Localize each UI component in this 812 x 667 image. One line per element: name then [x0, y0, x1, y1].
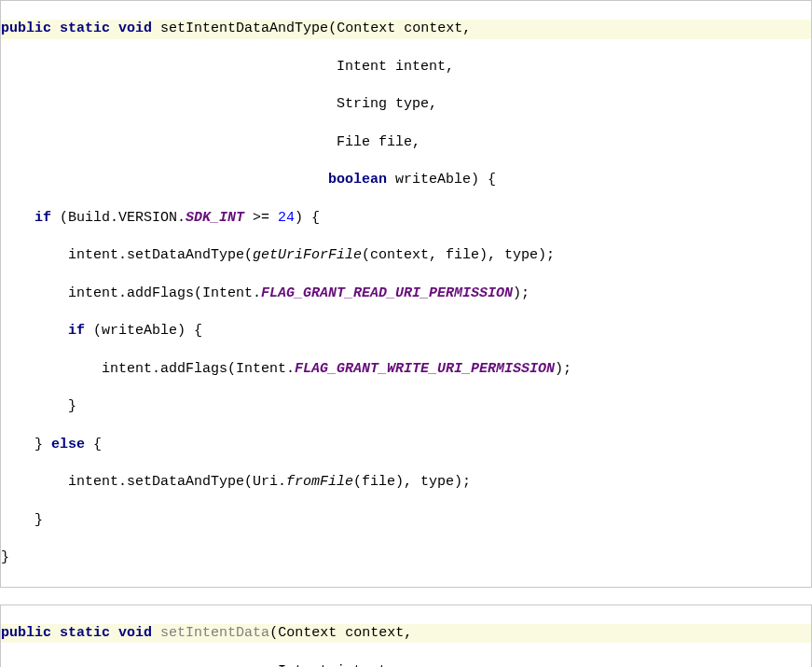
method-name: setIntentData	[160, 625, 269, 641]
page: public static void setIntentDataAndType(…	[0, 0, 812, 667]
param-3: String type,	[328, 96, 437, 112]
method-name: setIntentDataAndType	[160, 21, 328, 36]
body-line-6: }	[1, 397, 811, 416]
body-line-8: intent.setDataAndType(Uri.fromFile(file)…	[1, 473, 811, 492]
sig-line-1: public static void setIntentDataAndType(…	[1, 20, 811, 38]
body-line-2: intent.setDataAndType(getUriForFile(cont…	[1, 246, 811, 265]
body-line-10: }	[1, 549, 811, 567]
sig-line-2: Intent intent,	[1, 58, 811, 76]
kw-public: public	[1, 625, 51, 641]
static-method: fromFile	[286, 474, 353, 490]
kw-else: else	[51, 437, 85, 452]
sig-line-5: boolean writeAble) {	[1, 171, 811, 189]
const-read-perm: FLAG_GRANT_READ_URI_PERMISSION	[261, 285, 513, 301]
kw-static: static	[60, 625, 110, 641]
sig-line-4: File file,	[1, 133, 811, 152]
param-1: (Context context,	[269, 625, 412, 641]
const-write-perm: FLAG_GRANT_WRITE_URI_PERMISSION	[295, 361, 555, 377]
sig-line-2: Intent intent,	[1, 662, 811, 668]
param-1: (Context context,	[328, 21, 471, 36]
param-5-rest: writeAble) {	[387, 172, 496, 188]
body-line-1: if (Build.VERSION.SDK_INT >= 24) {	[1, 209, 811, 228]
body-line-3: intent.addFlags(Intent.FLAG_GRANT_READ_U…	[1, 285, 811, 303]
code-block-1: public static void setIntentDataAndType(…	[0, 0, 812, 588]
kw-boolean: boolean	[328, 172, 387, 188]
body-line-5: intent.addFlags(Intent.FLAG_GRANT_WRITE_…	[1, 360, 811, 379]
param-4: File file,	[328, 134, 420, 150]
kw-void: void	[118, 21, 152, 36]
static-method: getUriForFile	[253, 247, 362, 263]
const-sdk-int: SDK_INT	[186, 210, 244, 226]
kw-if: if	[68, 323, 85, 339]
param-2: Intent intent,	[269, 663, 395, 668]
kw-static: static	[60, 21, 110, 36]
sig-line-1: public static void setIntentData(Context…	[1, 624, 811, 643]
param-2: Intent intent,	[328, 59, 454, 75]
kw-public: public	[1, 21, 51, 36]
body-line-7: } else {	[1, 436, 811, 454]
sig-line-3: String type,	[1, 95, 811, 114]
kw-void: void	[118, 625, 152, 641]
body-line-9: }	[1, 511, 811, 530]
kw-if: if	[34, 210, 51, 226]
num-24: 24	[278, 210, 295, 226]
body-line-4: if (writeAble) {	[1, 322, 811, 340]
block-gap	[0, 588, 812, 604]
code-block-2: public static void setIntentData(Context…	[0, 604, 812, 667]
